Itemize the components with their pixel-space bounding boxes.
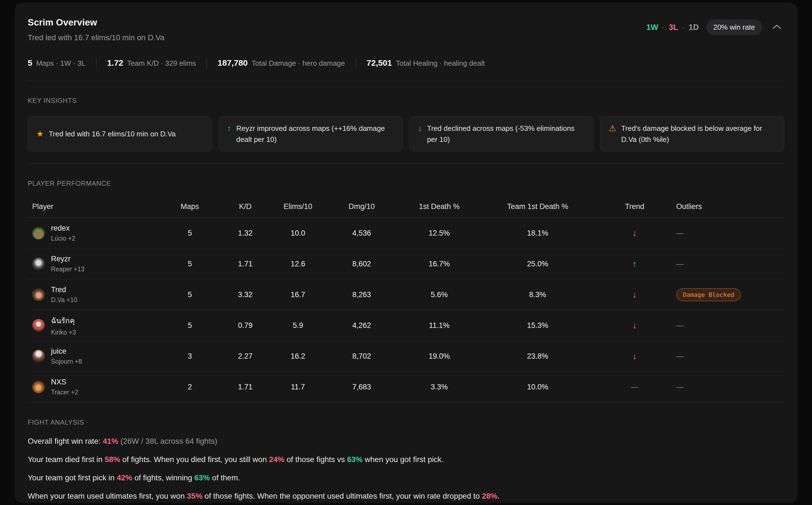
table-row[interactable]: Reyzr Reaper +13 5 1.71 12.6 8,602 16.7%… bbox=[28, 248, 784, 279]
header: Scrim Overview Tred led with 16.7 elims/… bbox=[28, 3, 784, 42]
cell-team-first-death: 15.3% bbox=[482, 321, 593, 330]
cell-dmg10: 4,262 bbox=[327, 321, 396, 330]
table-row[interactable]: redex Lúcio +2 5 1.32 10.0 4,536 12.5% 1… bbox=[28, 218, 784, 248]
player-cell: ฉันรักคุ Kiriko +3 bbox=[28, 315, 158, 336]
record-separator: · bbox=[662, 23, 665, 32]
player-performance-table: PlayerMapsK/DElims/10Dmg/101st Death %Te… bbox=[28, 197, 784, 402]
fight-analysis-line: Your team got first pick in 42% of fight… bbox=[28, 473, 784, 483]
outlier-none: — bbox=[676, 229, 684, 237]
column-header-1st-death-: 1st Death % bbox=[396, 202, 482, 211]
player-heroes: Sojourn +8 bbox=[51, 358, 82, 365]
dva-avatar bbox=[32, 288, 45, 301]
record-draws: 1D bbox=[689, 23, 699, 32]
cell-first-death: 16.7% bbox=[396, 260, 482, 268]
player-heroes: D.Va +10 bbox=[51, 296, 77, 304]
column-header-team-1st-death-: Team 1st Death % bbox=[482, 202, 593, 211]
trend-down-icon: ↓ bbox=[593, 351, 676, 361]
cell-team-first-death: 10.0% bbox=[482, 383, 593, 391]
cell-outliers: — bbox=[676, 260, 784, 268]
fight-stat-red: 28% bbox=[482, 492, 497, 500]
outlier-none: — bbox=[676, 352, 684, 360]
fight-text: of them. bbox=[210, 473, 240, 482]
cell-first-death: 12.5% bbox=[396, 229, 482, 237]
cell-outliers: Damage Blocked bbox=[676, 288, 784, 301]
cell-maps: 3 bbox=[158, 352, 222, 361]
reaper-avatar bbox=[32, 258, 45, 270]
cell-maps: 5 bbox=[158, 321, 222, 330]
cell-maps: 5 bbox=[158, 260, 222, 268]
player-cell: Tred D.Va +10 bbox=[28, 286, 158, 304]
cell-dmg10: 7,683 bbox=[327, 383, 396, 391]
cell-outliers: — bbox=[676, 229, 784, 237]
cell-kd: 3.32 bbox=[222, 291, 269, 299]
player-cell: juice Sojourn +8 bbox=[28, 347, 158, 365]
fight-stat-green: 63% bbox=[347, 455, 363, 464]
summary-stats: 5 Maps · 1W · 3L 1.72 Team K/D · 329 eli… bbox=[28, 57, 784, 69]
cell-dmg10: 8,602 bbox=[327, 260, 396, 268]
cell-dmg10: 4,536 bbox=[327, 229, 396, 237]
player-cell: Reyzr Reaper +13 bbox=[28, 255, 158, 273]
fight-text: when you got first pick. bbox=[363, 455, 444, 464]
fight-analysis-label: FIGHT ANALYSIS bbox=[28, 418, 784, 426]
cell-kd: 2.27 bbox=[222, 352, 269, 361]
sojourn-avatar bbox=[32, 350, 45, 362]
header-right: 1W · 3L · 1D 20% win rate bbox=[646, 19, 784, 35]
star-icon: ★ bbox=[36, 128, 44, 139]
cell-maps: 2 bbox=[158, 383, 222, 391]
player-heroes: Tracer +2 bbox=[51, 388, 78, 396]
cell-first-death: 5.6% bbox=[396, 291, 482, 299]
summary-stat: 72,501 Total Healing · healing dealt bbox=[367, 58, 485, 67]
stat-label: Total Damage · hero damage bbox=[252, 59, 345, 67]
summary-stat: 187,780 Total Damage · hero damage bbox=[218, 58, 345, 67]
fight-stat-red: 58% bbox=[105, 455, 120, 464]
table-row[interactable]: ฉันรักคุ Kiriko +3 5 0.79 5.9 4,262 11.1… bbox=[28, 310, 784, 341]
player-name: ฉันรักคุ bbox=[51, 315, 76, 327]
outlier-none: — bbox=[676, 383, 684, 391]
insight-text: Reyzr improved across maps (++16% damage… bbox=[236, 123, 394, 145]
collapse-button[interactable] bbox=[769, 22, 784, 33]
header-left: Scrim Overview Tred led with 16.7 elims/… bbox=[28, 17, 164, 42]
outlier-none: — bbox=[676, 321, 684, 330]
column-header-outliers: Outliers bbox=[676, 202, 784, 211]
stat-divider bbox=[356, 57, 356, 69]
chevron-up-icon bbox=[772, 24, 782, 31]
insight-card: ↓ Tred declined across maps (-53% elimin… bbox=[409, 116, 594, 152]
cell-first-death: 3.3% bbox=[396, 383, 482, 391]
trend-down-icon: ↓ bbox=[593, 228, 676, 238]
stat-value: 187,780 bbox=[218, 58, 247, 67]
summary-stat: 5 Maps · 1W · 3L bbox=[28, 58, 85, 67]
fight-text: Overall fight win rate: bbox=[28, 437, 103, 446]
stat-label: Team K/D · 329 elims bbox=[127, 59, 196, 67]
table-row[interactable]: NXS Tracer +2 2 1.71 11.7 7,683 3.3% 10.… bbox=[28, 372, 784, 402]
lucio-avatar bbox=[32, 227, 45, 239]
record-losses: 3L bbox=[669, 23, 678, 32]
stat-divider bbox=[206, 57, 207, 69]
record-wins: 1W bbox=[646, 23, 658, 32]
player-performance-label: PLAYER PERFORMANCE bbox=[28, 180, 784, 187]
cell-maps: 5 bbox=[158, 291, 222, 299]
cell-kd: 1.32 bbox=[222, 229, 269, 237]
arrow-down-icon: ↓ bbox=[418, 123, 422, 134]
tracer-avatar bbox=[32, 380, 45, 393]
column-header-trend: Trend bbox=[593, 202, 676, 211]
outlier-badge: Damage Blocked bbox=[676, 288, 741, 301]
summary-stat: 1.72 Team K/D · 329 elims bbox=[107, 58, 196, 67]
player-name: Tred bbox=[51, 286, 77, 294]
fight-text: of those fights. When the opponent used … bbox=[202, 492, 482, 500]
fight-text: When your team used ultimates first, you… bbox=[28, 492, 187, 500]
column-header-elims-10: Elims/10 bbox=[269, 202, 327, 211]
win-rate-badge: 20% win rate bbox=[706, 19, 762, 35]
table-row[interactable]: juice Sojourn +8 3 2.27 16.2 8,702 19.0%… bbox=[28, 341, 784, 372]
cell-elims10: 16.2 bbox=[269, 352, 327, 361]
stat-value: 5 bbox=[28, 58, 32, 67]
kiriko-avatar bbox=[32, 319, 45, 332]
cell-team-first-death: 18.1% bbox=[482, 229, 593, 237]
cell-first-death: 19.0% bbox=[396, 352, 482, 361]
trend-up-icon: ↑ bbox=[593, 259, 676, 269]
cell-maps: 5 bbox=[158, 229, 222, 237]
record-separator: · bbox=[682, 23, 685, 32]
scrim-overview-panel: Scrim Overview Tred led with 16.7 elims/… bbox=[15, 3, 797, 503]
player-heroes: Kiriko +3 bbox=[51, 329, 76, 336]
table-row[interactable]: Tred D.Va +10 5 3.32 16.7 8,263 5.6% 8.3… bbox=[28, 279, 784, 310]
fight-stat-muted: (26W / 38L across 64 fights) bbox=[118, 437, 217, 446]
